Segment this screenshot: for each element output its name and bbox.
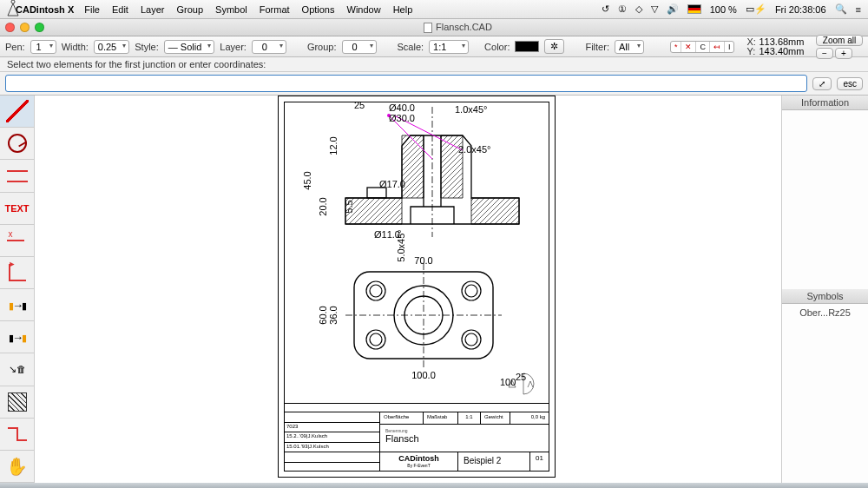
menu-window[interactable]: Window	[347, 4, 381, 15]
snap-endpoint[interactable]: *	[671, 42, 682, 52]
tool-import[interactable]: ▮→▮	[0, 289, 34, 321]
svg-text:70.0: 70.0	[414, 255, 432, 266]
tool-palette: TEXT x ▮→▮ ▮→▮ ↘🗑 ✋	[0, 96, 35, 483]
command-prompt: Select two elements for the first juncti…	[0, 57, 868, 72]
command-input[interactable]	[5, 75, 807, 92]
snap-center[interactable]: C	[696, 42, 710, 52]
escape-button[interactable]: esc	[837, 77, 863, 90]
svg-point-7	[462, 281, 481, 300]
menu-format[interactable]: Format	[260, 4, 290, 15]
information-panel	[782, 110, 868, 289]
window-titlebar: Flansch.CAD	[0, 19, 868, 36]
tool-pan[interactable]: ✋	[0, 451, 34, 483]
options-toolbar: Pen: 1 Width: 0.25 Style: — Solid Layer:…	[0, 36, 868, 57]
pen-select[interactable]: 1	[30, 40, 56, 54]
dimension-icon	[7, 167, 28, 184]
svg-text:Ø40.0: Ø40.0	[389, 102, 415, 113]
svg-text:45.0: 45.0	[302, 171, 312, 189]
zoom-in-button[interactable]: +	[835, 48, 852, 59]
symbol-item[interactable]: Ober...Rz25	[782, 304, 868, 321]
symbols-panel: Ober...Rz25	[782, 304, 868, 483]
zoom-out-button[interactable]: −	[816, 48, 833, 59]
coordinate-display: X:113.68mm Y:143.40mm	[746, 37, 804, 56]
color-swatch[interactable]	[515, 41, 539, 52]
svg-text:Ø30.0: Ø30.0	[389, 113, 415, 123]
battery-icon[interactable]: ▭⚡	[746, 3, 766, 15]
menu-layer[interactable]: Layer	[141, 4, 165, 15]
menu-help[interactable]: Help	[393, 4, 413, 15]
settings-button[interactable]: ✲	[544, 39, 564, 54]
snap-tangent[interactable]: I	[725, 42, 734, 52]
minimize-window-button[interactable]	[20, 23, 30, 32]
drawing-name: Flansch	[385, 433, 419, 444]
tool-delete[interactable]: ↘🗑	[0, 353, 34, 386]
coord-y: 143.40mm	[759, 46, 804, 56]
tool-chamfer[interactable]	[0, 419, 34, 451]
scale-select[interactable]: 1:1	[429, 40, 469, 54]
svg-text:1.0x45°: 1.0x45°	[455, 104, 487, 115]
layer-label: Layer:	[220, 42, 247, 52]
line-icon	[6, 100, 29, 122]
volume-icon[interactable]: 🔊	[667, 3, 679, 15]
color-label: Color:	[484, 42, 510, 52]
svg-point-11	[462, 330, 481, 349]
input-flag-icon[interactable]	[687, 4, 701, 14]
cloud-icon[interactable]: ↺	[602, 3, 609, 15]
menubar-clock[interactable]: Fri 20:38:06	[775, 4, 826, 15]
layer-select[interactable]: 0	[252, 40, 286, 54]
tool-line[interactable]	[0, 96, 34, 128]
menu-symbol[interactable]: Symbol	[215, 4, 247, 15]
zoom-window-button[interactable]	[35, 23, 44, 32]
title-block: 7023 15.2..'09|J.Kulsch 15.01.'93|J.Kuls…	[285, 403, 549, 471]
group-select[interactable]: 0	[342, 40, 377, 54]
tool-text[interactable]: TEXT	[0, 193, 34, 225]
svg-point-8	[465, 285, 477, 297]
snap-mode-group: * ✕ C ↤ I	[670, 41, 735, 53]
zoom-fit-button[interactable]: ⤢	[812, 77, 832, 90]
bottom-edge	[0, 483, 868, 488]
close-window-button[interactable]	[5, 23, 15, 32]
menu-edit[interactable]: Edit	[112, 4, 128, 15]
tool-trim[interactable]: x	[0, 225, 34, 257]
menu-options[interactable]: Options	[302, 4, 335, 15]
command-row: ⤢ esc	[0, 72, 868, 96]
svg-text:36.0: 36.0	[328, 306, 339, 324]
corner-icon	[9, 264, 26, 281]
tool-export[interactable]: ▮→▮	[0, 321, 34, 353]
svg-point-5	[366, 281, 385, 300]
document-title: Flansch.CAD	[436, 22, 492, 32]
group-label: Group:	[307, 42, 337, 52]
snap-perpendicular[interactable]: ↤	[710, 42, 725, 52]
svg-text:100: 100	[500, 377, 516, 387]
drawing-number: Beispiel 2	[458, 452, 529, 472]
zoom-all-button[interactable]: Zoom all	[816, 35, 863, 46]
spotlight-icon[interactable]: 🔍	[835, 3, 847, 15]
snap-intersection[interactable]: ✕	[681, 42, 696, 52]
pan-icon: ✋	[6, 456, 28, 477]
import-icon: ▮→▮	[9, 299, 25, 312]
drawing-canvas[interactable]: Ø40.0 Ø30.0 Ø17.0 Ø11.0 1.0x45° 2.0x45° …	[35, 96, 781, 483]
dropbox-icon[interactable]: ◇	[635, 3, 642, 15]
tool-hatch[interactable]	[0, 386, 34, 419]
text-icon: TEXT	[4, 203, 29, 214]
wifi-icon[interactable]: ▽	[651, 3, 658, 15]
tool-dimension[interactable]	[0, 160, 34, 192]
tool-circle[interactable]	[0, 128, 34, 160]
menu-file[interactable]: File	[84, 4, 100, 15]
svg-text:100.0: 100.0	[411, 370, 436, 380]
svg-point-9	[366, 330, 385, 349]
menu-group[interactable]: Group	[176, 4, 203, 15]
information-panel-header[interactable]: Information	[782, 96, 868, 110]
svg-text:2.0x45°: 2.0x45°	[458, 144, 490, 155]
svg-text:25: 25	[354, 102, 365, 110]
symbols-panel-header[interactable]: Symbols	[782, 289, 868, 304]
style-label: Style:	[135, 42, 159, 52]
pen-label: Pen:	[5, 42, 25, 52]
notification-icon[interactable]: ≡	[856, 4, 861, 15]
filter-select[interactable]: All	[615, 40, 644, 54]
tool-corner[interactable]	[0, 257, 34, 289]
svg-text:20.0: 20.0	[318, 197, 328, 215]
style-select[interactable]: — Solid	[164, 40, 215, 54]
clock-icon[interactable]: ①	[618, 3, 627, 15]
trim-icon: x	[7, 232, 28, 249]
